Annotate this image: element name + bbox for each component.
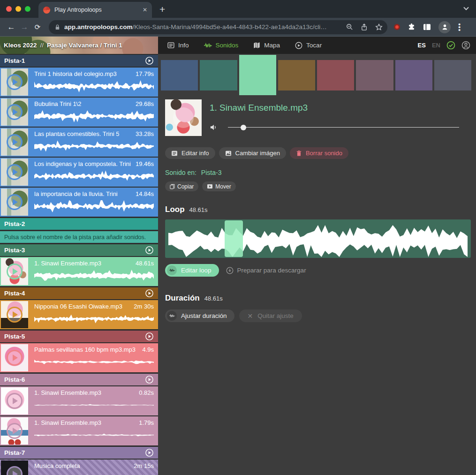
share-icon[interactable] [361,23,368,31]
clip-play-icon[interactable] [7,104,23,120]
swatch-pista-6[interactable] [356,60,393,90]
clip-thumbnail [1,158,28,186]
mover-button[interactable]: Mover [202,181,235,191]
forward-button[interactable]: → [18,21,31,34]
editar-loop-button[interactable]: Editar loop [165,264,219,277]
clip-row[interactable]: 1. Sinawi Ensemble.mp31.79s [0,416,158,445]
zoom-out-icon[interactable] [346,23,353,30]
window-controls[interactable] [0,0,37,18]
extensions-puzzle-icon[interactable] [408,23,416,31]
language-en[interactable]: EN [432,42,440,49]
clip-row[interactable]: Nipponia 06 Esashi Oiwake.mp32m 30s [0,300,158,329]
loop-waveform[interactable] [165,219,471,258]
clip-row-selected[interactable]: 1. Sinawi Ensemble.mp348.61s [0,257,158,286]
loop-playhead-region[interactable] [225,220,243,257]
split-view-icon[interactable] [423,23,431,30]
sound-play-icon[interactable] [173,107,194,128]
clip-duration: 48.61s [136,260,154,267]
volume-slider[interactable] [228,127,459,128]
clip-row[interactable]: Las plantas comestibles. Trini 533.28s [0,128,158,157]
track-header-pista-7[interactable]: Pista-7 [0,447,158,459]
clip-row[interactable]: Palmas sevillanas 160 bpm mp3.mp34.9s [0,343,158,372]
swatch-pista-7[interactable] [395,60,432,90]
clip-play-icon[interactable] [7,194,23,210]
cambiar-imagen-button[interactable]: Cambiar imágen [219,147,286,159]
back-button[interactable]: ← [5,21,18,34]
window-close-button[interactable] [6,6,12,12]
track-header-pista-4[interactable]: Pista-4 [0,287,158,299]
clip-title: Nipponia 06 Esashi Oiwake.mp3 [34,303,122,310]
image-icon [225,150,232,157]
track-header-pista-3[interactable]: Pista-3 [0,244,158,256]
track-play-icon[interactable] [145,56,154,65]
breadcrumb-project[interactable]: Kleos 2022 [4,42,37,49]
quitar-ajuste-button[interactable]: ✕ Quitar ajuste [239,309,302,322]
clip-row[interactable]: Trini 1 historia del colegio.mp317.79s [0,68,158,97]
swatch-pista-3-selected[interactable] [239,55,276,95]
clip-play-icon[interactable] [7,423,23,439]
clip-duration: 1.79s [139,419,154,426]
window-zoom-button[interactable] [25,6,30,12]
clip-row[interactable]: Bubulina Trini 1\229.68s [0,98,158,127]
track-play-icon[interactable] [145,246,154,255]
volume-slider-thumb[interactable] [241,125,246,130]
clip-row[interactable]: la importancia de la lluvia. Trini14.84s [0,188,158,217]
new-tab-button[interactable]: + [159,4,165,15]
copiar-button[interactable]: Copiar [165,181,198,191]
tab-info[interactable]: Info [167,42,189,49]
recording-extension-icon[interactable] [394,24,400,30]
clip-play-icon[interactable] [7,134,23,150]
swatch-pista-5[interactable] [317,60,354,90]
lock-icon[interactable] [54,24,60,30]
track-play-icon[interactable] [145,289,154,298]
clip-waveform [34,399,154,412]
clip-row[interactable]: Musica completa2m 15s [0,460,158,475]
account-icon[interactable] [461,41,470,50]
editar-info-button[interactable]: Editar info [165,147,215,159]
sonido-en-track-link[interactable]: Pista-3 [201,169,222,176]
volume-icon[interactable] [210,124,218,131]
clip-row[interactable]: Los indigenas y la compostela. Trini19.4… [0,158,158,187]
swatch-pista-1[interactable] [161,60,198,90]
breadcrumb-page[interactable]: Pasaje Valvanera / Trini 1 [47,42,122,49]
track-play-icon[interactable] [145,375,154,384]
track-play-icon[interactable] [145,332,154,341]
clip-play-icon[interactable] [7,393,23,409]
track-header-pista-5[interactable]: Pista-5 [0,331,158,342]
clip-play-icon[interactable] [7,164,23,180]
browser-tab[interactable]: Play Antropoloops ✕ [38,2,152,18]
track-play-icon[interactable] [145,448,154,457]
clip-play-icon[interactable] [7,350,23,366]
saved-check-icon[interactable] [446,41,455,50]
clip-play-icon[interactable] [7,264,23,279]
track-header-pista-1[interactable]: Pista-1 [0,55,158,67]
clip-play-icon[interactable] [7,307,23,323]
tab-search-chevron-icon[interactable] [463,6,469,11]
reload-button[interactable]: ⟳ [31,21,44,34]
bookmark-star-icon[interactable] [375,23,383,31]
borrar-sonido-button[interactable]: Borrar sonido [290,147,348,159]
clip-play-icon[interactable] [7,74,23,90]
swatch-pista-2[interactable] [200,60,237,90]
swatch-pista-4[interactable] [278,60,315,90]
browser-menu-icon[interactable]: ••• [458,23,461,31]
clip-row[interactable]: 1. Sinawi Ensemble.mp30.82s [0,386,158,415]
map-icon [253,42,260,49]
swatch-extra[interactable] [434,60,471,90]
profile-avatar[interactable] [438,21,451,33]
clip-play-icon[interactable] [7,466,23,475]
tab-mapa[interactable]: Mapa [253,42,280,49]
window-minimize-button[interactable] [15,6,21,12]
preparar-descargar-button[interactable]: Preparar para descargar [226,267,306,274]
download-icon [226,267,234,274]
sound-thumbnail[interactable] [165,99,202,136]
tab-close-icon[interactable]: ✕ [143,7,147,13]
address-bar[interactable]: app.antropoloops.com/Kleos-Santa-Marina/… [49,20,387,34]
tab-tocar[interactable]: Tocar [295,42,322,49]
track-header-pista-2[interactable]: Pista-2 [0,218,158,230]
track-header-pista-6[interactable]: Pista-6 [0,374,158,385]
language-es[interactable]: ES [418,42,426,49]
breadcrumb[interactable]: Kleos 2022 // Pasaje Valvanera / Trini 1 [0,37,158,54]
tab-sonidos[interactable]: Sonidos [204,42,239,49]
ajustar-duracion-button[interactable]: Ajustar duración [165,309,234,322]
